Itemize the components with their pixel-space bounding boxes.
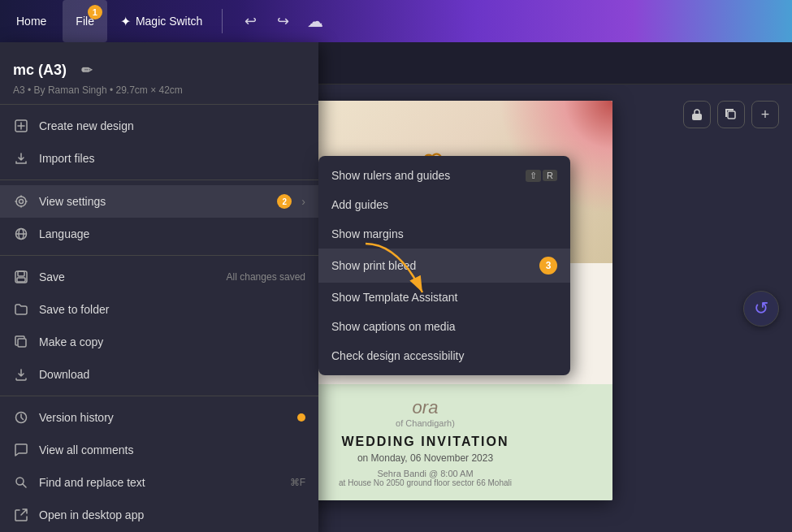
- view-settings-badge: 2: [277, 194, 292, 209]
- show-margins-label: Show margins: [331, 227, 404, 240]
- menu-item-language[interactable]: Language: [0, 218, 318, 250]
- menu-item-save-folder[interactable]: Save to folder: [0, 293, 318, 326]
- menu-item-create-new[interactable]: Create new design: [0, 110, 318, 142]
- submenu-show-captions[interactable]: Show captions on media: [318, 312, 570, 341]
- import-label: Import files: [39, 152, 305, 165]
- menu-divider-4: [0, 396, 318, 396]
- find-replace-shortcut: ⌘F: [290, 477, 305, 488]
- svg-rect-14: [17, 278, 25, 282]
- menu-item-import[interactable]: Import files: [0, 142, 318, 175]
- show-captions-label: Show captions on media: [331, 320, 456, 333]
- menu-item-open-desktop[interactable]: Open in desktop app: [0, 499, 318, 531]
- view-settings-label: View settings: [39, 195, 267, 208]
- menu-divider-1: [0, 104, 318, 105]
- import-icon: [13, 150, 29, 167]
- svg-rect-13: [18, 271, 24, 276]
- menu-item-version-history[interactable]: Version history: [0, 401, 318, 434]
- menu-item-view-settings[interactable]: View settings 2 ›: [0, 185, 318, 218]
- svg-rect-5: [692, 114, 702, 120]
- save-folder-label: Save to folder: [39, 303, 305, 316]
- topbar-divider: [222, 9, 223, 33]
- show-template-label: Show Template Assistant: [331, 291, 457, 304]
- svg-rect-15: [18, 339, 26, 347]
- magic-switch-button[interactable]: ✦ Magic Switch: [107, 0, 215, 42]
- topbar-actions: ↩ ↪ ☁: [229, 6, 336, 36]
- view-settings-submenu: Show rulers and guides ⇧R Add guides Sho…: [318, 156, 570, 375]
- file-badge: 1: [88, 5, 102, 19]
- cloud-save-button[interactable]: ☁: [301, 6, 330, 36]
- edit-title-button[interactable]: ✏: [75, 58, 97, 81]
- view-comments-label: View all comments: [39, 443, 305, 456]
- redo-button[interactable]: ↪: [268, 6, 297, 36]
- canvas-copy-button[interactable]: [717, 101, 745, 128]
- canvas-add-button[interactable]: +: [751, 101, 779, 128]
- check-accessibility-label: Check design accessibility: [331, 349, 464, 362]
- refresh-icon: ↺: [754, 298, 768, 319]
- file-menu-subtitle: A3 • By Raman Singh • 29.7cm × 42cm: [13, 84, 305, 96]
- download-label: Download: [39, 368, 305, 381]
- save-folder-icon: [13, 301, 29, 318]
- language-label: Language: [39, 227, 305, 240]
- submenu-add-guides[interactable]: Add guides: [318, 190, 570, 219]
- submenu-show-print-bleed[interactable]: Show print bleed 3: [318, 249, 570, 283]
- find-replace-icon: [13, 474, 29, 491]
- menu-item-view-comments[interactable]: View all comments: [0, 434, 318, 466]
- find-replace-label: Find and replace text: [39, 476, 280, 489]
- view-comments-icon: [13, 442, 29, 458]
- version-history-dot: [297, 413, 305, 422]
- svg-rect-6: [728, 111, 735, 119]
- topbar: Home File 1 ✦ Magic Switch ↩ ↪ ☁: [0, 0, 792, 42]
- create-new-icon: [13, 118, 29, 134]
- canvas-float-buttons: +: [683, 101, 779, 128]
- magic-switch-icon: ✦: [120, 14, 131, 29]
- print-bleed-badge: 3: [539, 257, 557, 275]
- submenu-show-margins[interactable]: Show margins: [318, 219, 570, 249]
- show-rulers-label: Show rulers and guides: [331, 169, 450, 182]
- save-status: All changes saved: [227, 271, 305, 283]
- show-print-bleed-label: Show print bleed: [331, 259, 416, 272]
- save-label: Save: [39, 270, 217, 283]
- show-rulers-shortcut: ⇧R: [526, 170, 557, 182]
- make-copy-label: Make a copy: [39, 335, 305, 348]
- menu-item-download[interactable]: Download: [0, 358, 318, 391]
- refresh-button[interactable]: ↺: [743, 291, 779, 327]
- menu-item-save[interactable]: Save All changes saved: [0, 261, 318, 293]
- svg-point-9: [19, 200, 24, 204]
- canvas-lock-button[interactable]: [683, 101, 711, 128]
- make-copy-icon: [13, 334, 29, 350]
- undo-button[interactable]: ↩: [236, 6, 265, 36]
- language-icon: [13, 226, 29, 242]
- submenu-show-template[interactable]: Show Template Assistant: [318, 283, 570, 312]
- view-settings-chevron: ›: [301, 195, 305, 208]
- save-icon: [13, 269, 29, 285]
- menu-item-find-replace[interactable]: Find and replace text ⌘F: [0, 466, 318, 499]
- version-history-icon: [13, 409, 29, 426]
- create-new-label: Create new design: [39, 119, 305, 132]
- version-history-label: Version history: [39, 411, 288, 424]
- menu-divider-3: [0, 255, 318, 256]
- view-settings-icon: [13, 193, 29, 210]
- open-desktop-icon: [13, 507, 29, 523]
- file-menu-button[interactable]: File 1: [63, 0, 107, 42]
- menu-item-make-copy[interactable]: Make a copy: [0, 326, 318, 358]
- submenu-show-rulers[interactable]: Show rulers and guides ⇧R: [318, 161, 570, 190]
- svg-point-8: [16, 197, 26, 206]
- file-dropdown-menu: mc (A3) ✏ A3 • By Raman Singh • 29.7cm ×…: [0, 42, 318, 532]
- file-menu-title: mc (A3) ✏: [13, 58, 305, 81]
- menu-divider-2: [0, 179, 318, 180]
- open-desktop-label: Open in desktop app: [39, 508, 305, 521]
- download-icon: [13, 366, 29, 383]
- add-guides-label: Add guides: [331, 198, 388, 211]
- submenu-check-accessibility[interactable]: Check design accessibility: [318, 341, 570, 370]
- home-button[interactable]: Home: [0, 0, 63, 42]
- file-menu-header: mc (A3) ✏ A3 • By Raman Singh • 29.7cm ×…: [0, 49, 318, 99]
